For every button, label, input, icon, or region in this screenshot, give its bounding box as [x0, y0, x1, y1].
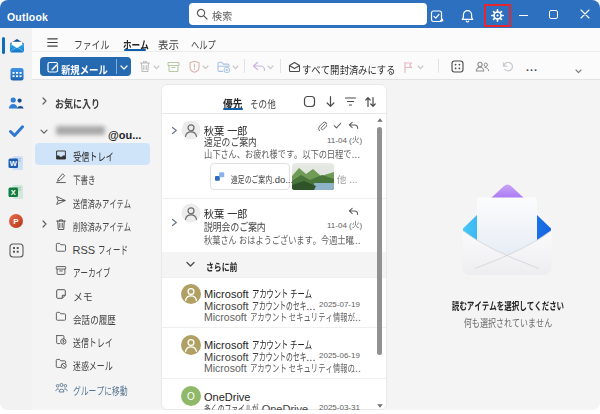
svg-text:O: O [187, 391, 195, 402]
svg-text:X: X [11, 188, 16, 197]
svg-text:W: W [10, 159, 18, 168]
svg-text:P: P [13, 217, 19, 226]
